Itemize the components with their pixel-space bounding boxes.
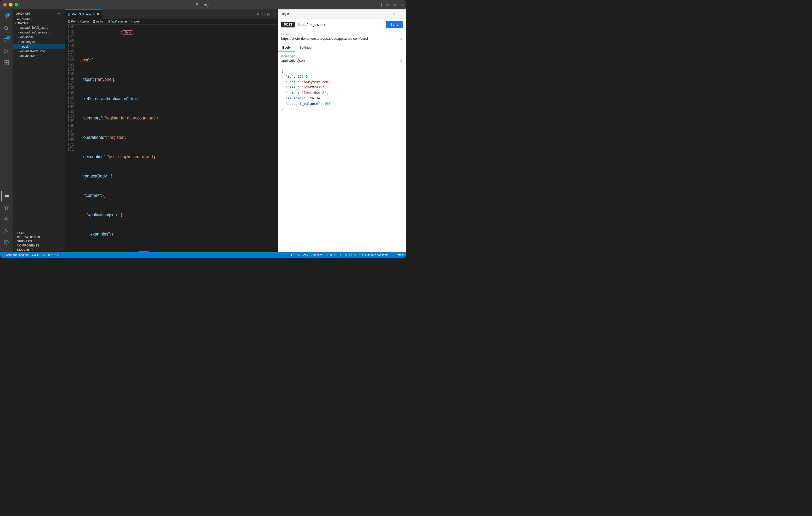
account-activity-icon[interactable] <box>1 225 11 236</box>
breadcrumb-file[interactable]: {} Pixi_3.0.json <box>68 20 89 23</box>
lightning-activity-icon[interactable] <box>1 214 11 224</box>
general-label: GENERAL <box>17 17 33 20</box>
sidebar-general-group[interactable]: › GENERAL <box>12 17 65 21</box>
breadcrumb: {} Pixi_3.0.json › {} paths › {} /api/re… <box>65 19 278 25</box>
split-icon[interactable]: ⊞ <box>393 3 396 7</box>
send-button[interactable]: Send <box>386 21 403 28</box>
media-chevron-icon: ∨ <box>400 58 403 63</box>
breadcrumb-post[interactable]: {} post <box>131 20 140 23</box>
rp-server-section: Server https://photo-demo.westeurope.clo… <box>278 30 406 43</box>
status-line-ending[interactable]: LF <box>339 253 342 256</box>
rp-close-icon[interactable]: ✕ <box>392 11 395 17</box>
sidebar-item-register[interactable]: ∨ /api/register <box>12 39 65 44</box>
servers-chevron: › <box>14 240 16 243</box>
sidebar-tags-group[interactable]: › TAGS <box>12 231 65 235</box>
sidebar-more-icon[interactable]: ··· <box>58 11 62 16</box>
file-tab[interactable]: {} Pixi_3.0.json U <box>65 9 102 19</box>
rp-media-section: media type application/json ∨ <box>278 52 406 65</box>
window: ‹ › 🔍 pixigo ▐ ▭ ⊞ ⊞ ⊞ 1 <box>0 0 406 258</box>
minimize-button[interactable] <box>9 3 12 6</box>
status-position[interactable]: Ln 145, Col 7 <box>291 253 308 256</box>
more-actions-icon[interactable]: ··· <box>272 12 276 16</box>
paths-chevron: ∨ <box>14 22 17 25</box>
try-it-bubble-2: Try it <box>137 251 150 252</box>
api-activity-icon[interactable]: API <box>1 191 11 202</box>
status-update[interactable]: ⚠ Go Update Available <box>359 253 388 257</box>
item-label: /api/admin/all_users <box>20 26 48 30</box>
code-content[interactable]: Try it 'post': { "tags": ["anyone"], <box>78 25 278 252</box>
source-control-activity-icon[interactable]: 17 <box>1 34 11 45</box>
more-icon[interactable]: ⊞ <box>400 3 403 7</box>
sidebar-item-all-users[interactable]: › /api/admin/all_users <box>12 25 65 30</box>
sidebar-security-group[interactable]: › SECURITY <box>12 247 65 252</box>
rp-header: Try It ✕ ··· <box>278 9 406 19</box>
sidebar: OPENAPI ··· › GENERAL ∨ PATHS › /api/adm… <box>12 9 65 252</box>
split-right-icon[interactable]: ▨ <box>267 12 270 16</box>
breadcrumb-register[interactable]: {} /api/register <box>108 20 127 23</box>
code-line-148: "summary": "register for an account and … <box>80 116 278 121</box>
tab-modified-marker: U <box>93 12 95 16</box>
close-button[interactable] <box>3 3 7 6</box>
sidebar-paths-group[interactable]: ∨ PATHS <box>12 21 65 25</box>
try-it-bubble-1: Try it <box>121 30 134 34</box>
sidebar-operation-group[interactable]: › OPERATION ID <box>12 235 65 239</box>
sidebar-components-group[interactable]: › COMPONENTS <box>12 243 65 247</box>
explorer-activity-icon[interactable]: ⊞ 1 <box>1 11 11 22</box>
puzzle-activity-icon[interactable] <box>1 203 11 213</box>
media-type-text: application/json <box>281 59 305 62</box>
item-label: /api/login <box>20 35 33 39</box>
status-spaces[interactable]: Spaces: 2 <box>312 253 324 256</box>
code-line-147: "x-42c-no-authentication": true, <box>80 96 278 101</box>
split-editor-icon[interactable]: ⇅ <box>257 12 260 16</box>
preview-icon[interactable]: ◎ <box>262 12 265 16</box>
search-activity-icon[interactable] <box>1 23 11 33</box>
code-line-150: "description": "user supplies email and … <box>80 154 278 159</box>
rp-tab-settings[interactable]: Settings <box>295 43 316 52</box>
sidebar-item-post[interactable]: post <box>12 44 65 49</box>
window-title-bar: 🔍 pixigo <box>196 3 210 7</box>
sidebar-toggle-icon[interactable]: ▐ <box>380 3 382 7</box>
svg-point-14 <box>3 254 3 254</box>
status-encoding[interactable]: UTF-8 <box>327 253 336 256</box>
errors-text: ⊗ 1 <box>48 253 53 257</box>
code-scroll-area[interactable]: 145146147148149 150151152153154 15515615… <box>65 25 278 252</box>
sidebar-item-login[interactable]: › /api/login <box>12 35 65 39</box>
status-errors[interactable]: ⊗ 1 ⚠ 0 <box>48 253 59 257</box>
extensions-activity-icon[interactable] <box>1 58 11 68</box>
sidebar-item-user-info[interactable]: › /api/user/info <box>12 54 65 58</box>
sidebar-header[interactable]: OPENAPI ··· <box>12 9 65 17</box>
editor-right-container: {} Pixi_3.0.json U ⇅ ◎ ▨ ··· {} Pixi_3.0… <box>65 9 406 252</box>
explorer-badge: 1 <box>6 12 10 17</box>
rp-media-value[interactable]: application/json ∨ <box>281 58 403 63</box>
rp-server-value[interactable]: https://photo-demo.westeurope.cloudapp.a… <box>281 36 403 41</box>
item-label: post <box>22 45 28 48</box>
settings-activity-icon[interactable] <box>1 237 11 247</box>
back-button[interactable]: ‹ <box>16 2 17 7</box>
sidebar-servers-group[interactable]: › SERVERS <box>12 239 65 243</box>
method-badge: POST <box>281 22 295 27</box>
rp-body-editor[interactable]: { "id": 12345, "user": "bar@test.com", "… <box>278 65 406 252</box>
opid-chevron: › <box>14 236 16 239</box>
status-branch[interactable]: cors-and-logging* <box>2 253 29 256</box>
code-line-149: "operationId": "register", <box>80 135 278 140</box>
svg-point-13 <box>6 242 7 243</box>
forward-button[interactable]: › <box>19 2 20 7</box>
sidebar-title: OPENAPI <box>16 12 30 15</box>
run-activity-icon[interactable] <box>1 46 11 57</box>
status-language[interactable]: {} JSON <box>345 253 356 256</box>
item-label: /api/admin/users/se... <box>20 31 50 34</box>
layout-icon[interactable]: ▭ <box>386 3 389 7</box>
rp-more-icon[interactable]: ··· <box>400 12 403 17</box>
svg-point-12 <box>5 229 7 231</box>
code-line-145: 'post': { <box>80 58 278 63</box>
sidebar-item-users-se[interactable]: › /api/admin/users/se... <box>12 30 65 35</box>
scm-badge: 17 <box>6 35 10 40</box>
breadcrumb-paths[interactable]: {} paths <box>93 20 104 23</box>
sidebar-item-edit-info[interactable]: › /api/user/edit_info <box>12 49 65 54</box>
warnings-text: ⚠ 0 <box>54 253 59 257</box>
code-line-151: "requestBody": { <box>80 174 278 179</box>
status-prettier[interactable]: ✓ Prettier <box>392 253 404 257</box>
tab-bar: {} Pixi_3.0.json U ⇅ ◎ ▨ ··· <box>65 9 278 19</box>
rp-tab-body[interactable]: Body <box>278 43 295 52</box>
status-go-version[interactable]: Go 1.18.3 <box>32 253 45 256</box>
